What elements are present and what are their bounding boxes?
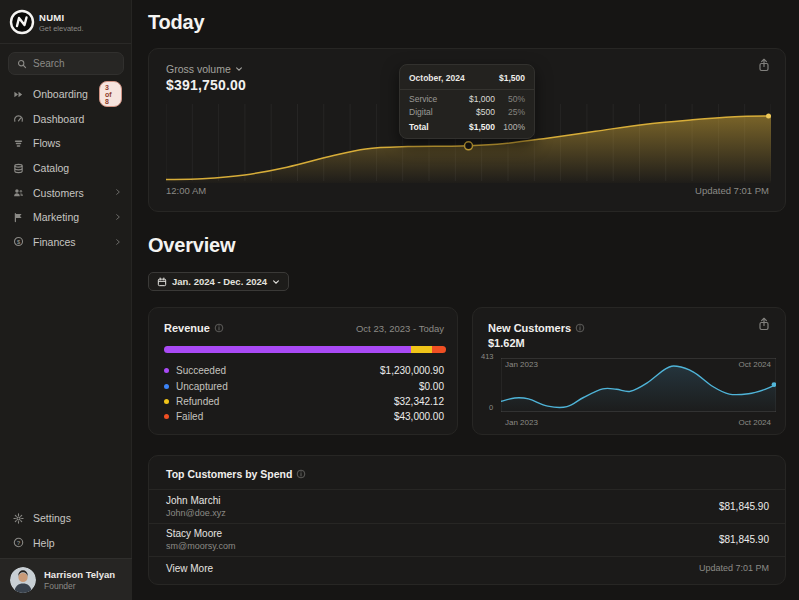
overview-heading: Overview [148,234,235,257]
tooltip-row-pct: 50% [495,94,525,104]
tooltip-row-value: $1,000 [455,94,495,104]
dashboard-icon [13,113,24,124]
y-axis-max-label: 413 [481,352,494,361]
share-icon[interactable] [757,58,771,72]
legend-dot [164,414,169,419]
legend-label: Succeeded [176,365,226,376]
sidebar-item-label: Customers [33,187,84,199]
view-more-link[interactable]: View More [166,563,213,574]
chevron-right-icon [114,188,122,196]
revenue-stacked-bar [164,346,446,353]
sidebar-item-label: Finances [33,236,76,248]
tooltip-row-label: Service [409,94,455,104]
share-icon[interactable] [757,317,771,331]
new-customers-title: New Customers [488,322,571,334]
tooltip-row-value: $500 [455,107,495,117]
chart-tooltip: October, 2024 $1,500 Service $1,000 50% … [399,64,535,139]
onboarding-icon [13,89,24,100]
sidebar-item-flows[interactable]: Flows [0,131,132,156]
top-customers-card: Top Customers by Spend John Marchi John@… [148,455,786,585]
chart-hover-marker [465,142,473,150]
sidebar-item-finances[interactable]: $ Finances [0,230,132,255]
x-axis-start-label: Jan 2023 [505,418,538,427]
date-range-label: Jan. 2024 - Dec. 2024 [172,276,267,287]
tooltip-row-pct: 25% [495,107,525,117]
brand-tagline: Get elevated. [39,24,84,33]
sidebar-item-label: Dashboard [33,113,84,125]
user-profile[interactable]: Harrison Telyan Founder [0,558,132,600]
svg-text:?: ? [17,540,21,546]
tooltip-total: $1,500 [499,73,525,83]
sidebar-item-dashboard[interactable]: Dashboard [0,107,132,132]
search-box[interactable] [8,52,124,75]
sidebar-footer-nav: Settings ? Help [0,506,132,555]
legend-value: $0.00 [419,381,444,392]
calendar-icon [157,277,167,287]
marketing-icon [13,212,24,223]
search-input[interactable] [33,58,113,69]
revenue-legend: Succeeded $1,230,000.90 Uncaptured $0.00… [164,363,444,425]
tooltip-row: Digital $500 25% [400,104,534,118]
new-customers-chart [501,358,776,412]
legend-dot [164,384,169,389]
numi-logo-icon [9,9,35,35]
chevron-down-icon [235,65,243,73]
revenue-range: Oct 23, 2023 - Today [356,323,444,334]
tooltip-total-row: Total $1,500 100% [400,117,534,132]
gross-volume-card: Gross volume $391,750.00 [148,48,786,212]
revenue-bar-segment-succeeded [164,346,411,353]
chart-endpoint-dot [766,113,771,118]
customer-name: John Marchi [166,495,226,506]
metric-selector[interactable]: Gross volume [166,63,243,75]
sidebar-header: NUMI Get elevated. [0,0,131,44]
info-icon [214,323,224,333]
tooltip-row-value: $1,500 [455,122,495,132]
finances-icon: $ [13,236,24,247]
updated-timestamp: Updated 7:01 PM [699,563,769,573]
tooltip-row-pct: 100% [495,122,525,132]
date-range-picker[interactable]: Jan. 2024 - Dec. 2024 [148,272,289,291]
updated-timestamp: Updated 7:01 PM [695,185,769,196]
sidebar-item-label: Settings [33,512,71,524]
sidebar-item-label: Catalog [33,162,69,174]
customer-amount: $81,845.90 [719,501,769,512]
gear-icon [13,513,24,524]
sidebar-item-marketing[interactable]: Marketing [0,205,132,230]
sidebar-item-catalog[interactable]: Catalog [0,156,132,181]
customer-name: Stacy Moore [166,528,235,539]
sidebar-item-customers[interactable]: Customers [0,180,132,205]
sidebar-item-label: Flows [33,137,60,149]
customer-row[interactable]: John Marchi John@doe.xyz $81,845.90 [166,491,769,522]
today-heading: Today [148,11,204,34]
customer-email: John@doe.xyz [166,508,226,518]
revenue-bar-segment-failed [432,346,446,353]
chevron-right-icon [114,213,122,221]
info-icon [296,469,306,479]
main-content: Today Gross volume $391,750.00 [132,0,799,600]
legend-dot [164,368,169,373]
legend-label: Failed [176,411,203,422]
customer-row[interactable]: Stacy Moore sm@moorsy.com $81,845.90 [166,524,769,555]
tooltip-row-label: Digital [409,107,455,117]
sidebar-item-settings[interactable]: Settings [0,506,132,531]
sidebar: NUMI Get elevated. Onboarding 3 of 8 [0,0,132,600]
tooltip-row-label: Total [409,122,455,132]
x-axis-end-label: Oct 2024 [739,418,771,427]
chevron-down-icon [272,278,280,286]
sidebar-item-help[interactable]: ? Help [0,531,132,556]
dashboard-app: NUMI Get elevated. Onboarding 3 of 8 [0,0,799,600]
onboarding-progress-badge: 3 of 8 [99,81,122,107]
new-customers-total: $1.62M [488,337,525,349]
y-axis-min-label: 0 [489,403,493,412]
sidebar-item-label: Marketing [33,211,79,223]
legend-label: Uncaptured [176,381,228,392]
sidebar-nav: Onboarding 3 of 8 Dashboard Flows Catal [0,82,132,254]
sidebar-item-onboarding[interactable]: Onboarding 3 of 8 [0,82,132,107]
revenue-bar-segment-refunded [411,346,432,353]
legend-row-uncaptured: Uncaptured $0.00 [164,378,444,393]
sidebar-item-label: Help [33,537,55,549]
sidebar-item-label: Onboarding [33,88,88,100]
chevron-right-icon [114,238,122,246]
tooltip-title: October, 2024 [409,73,465,83]
revenue-card: Revenue Oct 23, 2023 - Today Succeeded $… [148,307,458,435]
